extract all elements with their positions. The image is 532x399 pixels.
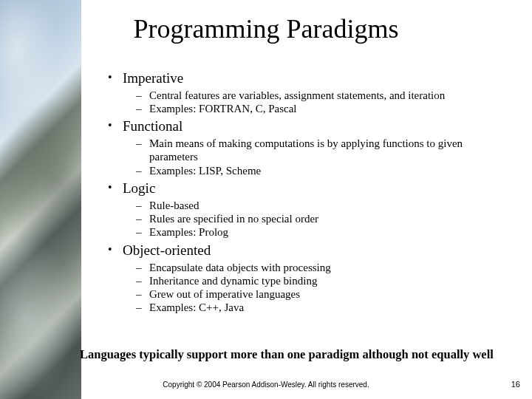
list-item-label: Object-oriented	[123, 242, 211, 258]
slide-body: Imperative Central features are variable…	[103, 70, 514, 318]
sub-list-item: Main means of making computations is by …	[123, 137, 514, 164]
slide: Programming Paradigms Imperative Central…	[0, 0, 532, 399]
sub-list-item: Grew out of imperative languages	[123, 287, 514, 301]
sub-list: Main means of making computations is by …	[123, 137, 514, 177]
sub-list-item: Examples: LISP, Scheme	[123, 164, 514, 177]
list-item: Functional Main means of making computat…	[103, 118, 514, 177]
list-item: Logic Rule-based Rules are specified in …	[103, 180, 514, 239]
list-item-label: Imperative	[123, 70, 183, 86]
slide-title: Programming Paradigms	[0, 13, 532, 44]
list-item: Imperative Central features are variable…	[103, 70, 514, 115]
sub-list: Encapsulate data objects with processing…	[123, 261, 514, 315]
page-number: 16	[511, 380, 520, 389]
sub-list: Rule-based Rules are specified in no spe…	[123, 199, 514, 239]
sub-list-item: Central features are variables, assignme…	[123, 89, 514, 102]
sub-list-item: Inheritance and dynamic type binding	[123, 274, 514, 287]
sub-list-item: Examples: C++, Java	[123, 301, 514, 314]
sub-list-item: Examples: Prolog	[123, 225, 514, 239]
slide-content: Programming Paradigms Imperative Central…	[0, 0, 532, 399]
sub-list-item: Rule-based	[123, 199, 514, 212]
bullet-list: Imperative Central features are variable…	[103, 70, 514, 315]
sub-list-item: Encapsulate data objects with processing	[123, 261, 514, 274]
list-item: Object-oriented Encapsulate data objects…	[103, 242, 514, 315]
copyright-text: Copyright © 2004 Pearson Addison-Wesley.…	[0, 381, 532, 389]
list-item-label: Functional	[123, 118, 183, 134]
sub-list-item: Rules are specified in no special order	[123, 212, 514, 225]
sub-list-item: Examples: FORTRAN, C, Pascal	[123, 102, 514, 115]
sub-list: Central features are variables, assignme…	[123, 89, 514, 116]
footer-note: Languages typically support more than on…	[80, 347, 523, 362]
list-item-label: Logic	[123, 180, 155, 196]
